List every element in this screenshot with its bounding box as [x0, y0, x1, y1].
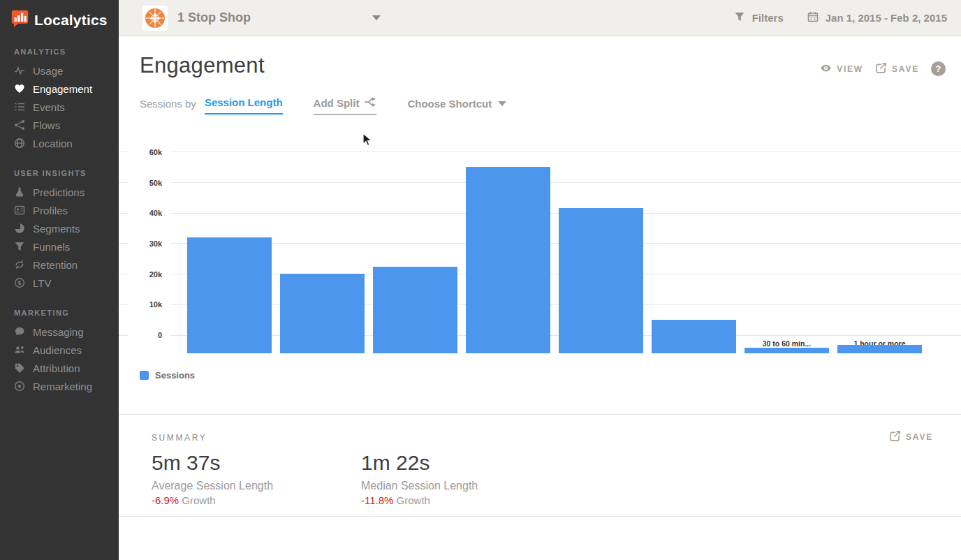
y-axis-label: 60k [128, 148, 162, 156]
split-branch-icon [364, 96, 376, 110]
growth-value: -6.9% [152, 494, 179, 506]
sidebar-nav: ANALYTICSUsageEngagementEventsFlowsLocat… [0, 47, 119, 395]
topbar-right: Filters Jan 1, 2015 - Feb 2, 2015 [734, 11, 961, 24]
sidebar-item-ltv[interactable]: $LTV [0, 274, 119, 292]
chart-bar-6[interactable] [744, 348, 829, 353]
view-button[interactable]: VIEW [820, 62, 863, 76]
sidebar-item-label: LTV [33, 277, 51, 289]
sidebar-item-retention[interactable]: Retention [0, 256, 119, 274]
y-axis-label: 50k [128, 179, 162, 187]
localytics-logo[interactable]: Localytics [0, 0, 119, 31]
sidebar: Localytics ANALYTICSUsageEngagementEvent… [0, 0, 119, 560]
calendar-icon [807, 11, 819, 24]
dimension-selector[interactable]: Session Length [205, 96, 283, 115]
nav-section: ANALYTICSUsageEngagementEventsFlowsLocat… [0, 47, 119, 152]
sidebar-item-attribution[interactable]: Attribution [0, 359, 119, 377]
metric-value: 1m 22s [361, 451, 571, 475]
sidebar-item-label: Profiles [33, 205, 68, 216]
usage-icon [14, 65, 25, 76]
sidebar-item-audiences[interactable]: Audiences [0, 341, 119, 359]
attribution-icon [14, 362, 25, 374]
growth-suffix: Growth [397, 494, 430, 506]
gridline-stub [119, 152, 128, 152]
sidebar-item-label: Remarketing [33, 381, 92, 392]
bar-column [647, 137, 740, 353]
sidebar-item-label: Events [33, 101, 65, 113]
sidebar-item-label: Flows [33, 119, 60, 131]
chart-bar-2[interactable] [373, 267, 457, 353]
main-content: Engagement VIEW SAVE ? Sessions by Sessi… [119, 36, 961, 560]
y-axis-label: 30k [128, 240, 162, 248]
date-range-picker[interactable]: Jan 1, 2015 - Feb 2, 2015 [807, 11, 947, 24]
summary-metric: 1m 22sMedian Session Length-11.8% Growth [361, 451, 571, 506]
chart-bars [183, 137, 926, 353]
chart-bar-0[interactable] [187, 237, 272, 353]
shortcut-caret-down-icon [498, 101, 506, 106]
nav-section: USER INSIGHTSPredictionsProfilesSegments… [0, 169, 119, 292]
y-axis-label: 20k [128, 270, 162, 279]
audiences-icon [14, 344, 25, 355]
app-caret-down-icon [372, 15, 381, 20]
app-selector[interactable]: 1 Stop Shop [142, 6, 381, 31]
save-label: SAVE [892, 64, 919, 74]
chart-bar-7[interactable] [837, 345, 922, 353]
sidebar-item-label: Usage [33, 65, 63, 77]
choose-shortcut-dropdown[interactable]: Choose Shortcut [407, 96, 506, 110]
chart-bar-1[interactable] [280, 274, 365, 353]
app-name: 1 Stop Shop [177, 10, 251, 25]
eye-icon [820, 62, 832, 76]
chart-bar-3[interactable] [466, 167, 550, 353]
sidebar-item-segments[interactable]: Segments [0, 219, 119, 237]
remarketing-icon [14, 381, 25, 392]
sidebar-item-remarketing[interactable]: Remarketing [0, 377, 119, 395]
bar-column [462, 137, 555, 353]
date-range-label: Jan 1, 2015 - Feb 2, 2015 [826, 12, 947, 24]
add-split-label: Add Split [314, 97, 360, 109]
profiles-icon [14, 205, 25, 216]
chart-bar-5[interactable] [652, 320, 736, 353]
nav-section: MARKETINGMessagingAudiencesAttributionRe… [0, 309, 119, 395]
filters-button[interactable]: Filters [734, 11, 784, 24]
sidebar-item-flows[interactable]: Flows [0, 116, 119, 134]
retention-icon [14, 259, 25, 270]
bar-column [740, 137, 833, 353]
y-axis-label: 40k [128, 209, 162, 217]
metric-value: 5m 37s [152, 451, 361, 475]
sidebar-item-predictions[interactable]: Predictions [0, 183, 119, 201]
gridline-stub [119, 274, 128, 274]
sidebar-item-label: Audiences [33, 344, 82, 356]
sidebar-item-profiles[interactable]: Profiles [0, 201, 119, 219]
add-split-button[interactable]: Add Split [314, 96, 377, 115]
share-save-icon [875, 62, 887, 76]
y-axis-label: 10k [128, 300, 162, 309]
gridline-stub [119, 182, 128, 183]
header-actions: VIEW SAVE ? [820, 61, 946, 76]
topbar: 1 Stop Shop Filters Jan 1, 2015 - Feb 2,… [119, 0, 961, 36]
help-button[interactable]: ? [931, 61, 946, 76]
save-button[interactable]: SAVE [875, 62, 919, 76]
sidebar-item-usage[interactable]: Usage [0, 61, 119, 80]
sessions-by-label: Sessions by [140, 96, 196, 110]
sidebar-item-label: Retention [33, 259, 78, 271]
predictions-icon [14, 186, 25, 198]
summary-heading: SUMMARY [152, 433, 961, 443]
messaging-icon [14, 326, 25, 337]
sidebar-item-label: Engagement [33, 83, 92, 95]
metric-growth: -11.8% Growth [361, 494, 571, 506]
sidebar-item-location[interactable]: Location [0, 134, 119, 152]
summary-save-button[interactable]: SAVE [889, 430, 933, 444]
localytics-logo-icon [10, 9, 29, 31]
sidebar-item-events[interactable]: Events [0, 98, 119, 116]
chart-bar-4[interactable] [559, 208, 643, 353]
bar-column [555, 137, 647, 353]
legend-swatch [140, 371, 149, 380]
sidebar-item-label: Messaging [33, 326, 84, 338]
funnels-icon [14, 241, 25, 252]
app-icon [142, 6, 168, 31]
sidebar-item-label: Funnels [33, 241, 70, 253]
sidebar-item-label: Attribution [33, 362, 80, 374]
nav-section-title: MARKETING [0, 309, 119, 317]
sidebar-item-messaging[interactable]: Messaging [0, 323, 119, 341]
sidebar-item-funnels[interactable]: Funnels [0, 237, 119, 256]
sidebar-item-engagement[interactable]: Engagement [0, 80, 119, 98]
